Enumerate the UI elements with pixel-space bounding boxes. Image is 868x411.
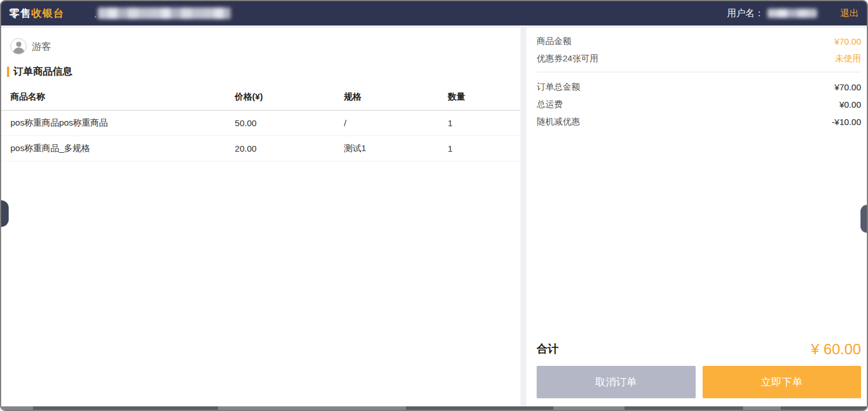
total-row: 合计 ¥ 60.00 <box>537 337 861 361</box>
store-name-prefix: . <box>94 10 97 19</box>
summary-label: 订单总金额 <box>537 82 580 93</box>
cell-price: 20.00 <box>235 136 344 162</box>
total-label: 合计 <box>537 342 559 357</box>
col-header-spec: 规格 <box>344 84 448 111</box>
cell-price: 50.00 <box>235 111 344 136</box>
pos-window: 零售收银台 . 用户名： 退出 游客 订单商品信息 <box>0 0 868 411</box>
app-brand: 零售收银台 <box>9 6 64 20</box>
goods-table: 商品名称 价格(¥) 规格 数量 pos称重商品pos称重商品 50.00 / … <box>1 84 520 162</box>
goods-table-header-row: 商品名称 价格(¥) 规格 数量 <box>1 84 520 111</box>
top-navbar: 零售收银台 . 用户名： 退出 <box>1 1 867 25</box>
summary-row-shipping: 总运费 ¥0.00 <box>537 96 861 113</box>
summary-row-order-total: 订单总金额 ¥70.00 <box>537 78 861 96</box>
summary-row-goods-amount: 商品金额 ¥70.00 <box>537 32 861 50</box>
customer-avatar-icon <box>10 38 27 54</box>
col-header-price: 价格(¥) <box>235 84 344 111</box>
username-label: 用户名： <box>727 8 764 20</box>
summary-value: -¥10.00 <box>832 117 861 127</box>
customer-name: 游客 <box>32 40 51 53</box>
cutoff-segment <box>781 406 868 410</box>
checkout-summary-panel: 商品金额 ¥70.00 优惠券24张可用 未使用 订单总金额 ¥70.00 总运… <box>526 28 867 406</box>
customer-row[interactable]: 游客 <box>1 36 520 60</box>
col-header-name: 商品名称 <box>1 84 235 111</box>
summary-value: ¥0.00 <box>839 100 861 109</box>
col-header-qty: 数量 <box>448 84 520 111</box>
cell-product-name: pos称重商品_多规格 <box>1 136 235 162</box>
summary-label: 总运费 <box>537 99 563 110</box>
cutoff-segment <box>33 406 218 410</box>
cell-qty: 1 <box>448 136 520 162</box>
submit-order-button[interactable]: 立即下单 <box>703 366 862 398</box>
panel-divider <box>520 28 526 406</box>
cell-product-name: pos称重商品pos称重商品 <box>1 111 235 136</box>
summary-label: 商品金额 <box>537 36 571 47</box>
cell-spec: 测试1 <box>344 136 448 162</box>
coupon-status[interactable]: 未使用 <box>835 53 861 64</box>
main-content: 游客 订单商品信息 商品名称 价格(¥) 规格 数量 <box>1 28 867 406</box>
brand-prefix: 零售 <box>9 8 31 19</box>
summary-divider <box>537 72 861 72</box>
action-buttons: 取消订单 立即下单 <box>537 366 861 398</box>
summary-label: 优惠券24张可用 <box>537 53 599 64</box>
table-row: pos称重商品pos称重商品 50.00 / 1 <box>1 111 520 136</box>
title-accent-bar <box>7 67 9 77</box>
brand-suffix: 收银台 <box>31 8 64 19</box>
bottom-cutoff-strip <box>1 406 867 410</box>
summary-value: ¥70.00 <box>834 82 861 92</box>
navbar-right: 用户名： 退出 <box>727 8 859 20</box>
redacted-username <box>767 9 817 18</box>
cell-qty: 1 <box>448 111 520 136</box>
section-title: 订单商品信息 <box>13 65 72 78</box>
summary-row-random-discount: 随机减优惠 -¥10.00 <box>537 113 861 130</box>
right-drawer-handle[interactable] <box>860 205 867 233</box>
summary-spacer <box>537 130 861 337</box>
total-value: ¥ 60.00 <box>811 340 861 358</box>
cancel-order-button[interactable]: 取消订单 <box>537 366 696 398</box>
order-goods-panel: 游客 订单商品信息 商品名称 价格(¥) 规格 数量 <box>1 28 520 406</box>
summary-row-coupon[interactable]: 优惠券24张可用 未使用 <box>537 50 861 67</box>
cutoff-segment <box>625 406 743 410</box>
store-name-area: . <box>94 8 231 19</box>
cell-spec: / <box>344 111 448 136</box>
cutoff-segment <box>406 406 553 410</box>
redacted-store-name <box>98 8 231 19</box>
order-section-header: 订单商品信息 <box>1 60 520 84</box>
summary-value: ¥70.00 <box>834 36 861 46</box>
summary-label: 随机减优惠 <box>537 116 580 127</box>
left-drawer-handle[interactable] <box>1 200 9 227</box>
logout-button[interactable]: 退出 <box>840 8 859 20</box>
table-row: pos称重商品_多规格 20.00 测试1 1 <box>1 136 520 162</box>
